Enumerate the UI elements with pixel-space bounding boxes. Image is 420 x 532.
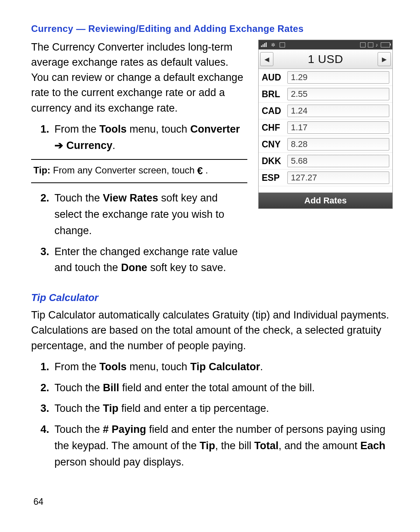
rate-value-field[interactable]: 1.29 bbox=[287, 71, 389, 84]
currency-code-label: DKK bbox=[262, 156, 284, 166]
status-box-icon bbox=[360, 42, 366, 47]
rate-row: CNY8.28 bbox=[259, 136, 392, 152]
music-icon: ♪ bbox=[376, 42, 379, 48]
page-number: 64 bbox=[33, 497, 44, 507]
next-currency-button[interactable]: ▶ bbox=[378, 52, 391, 66]
currency-step-3: Enter the changed exchange rate value an… bbox=[52, 244, 247, 276]
battery-icon bbox=[381, 42, 390, 47]
currency-code-label: BRL bbox=[262, 89, 284, 100]
euro-icon: € bbox=[197, 164, 203, 178]
status-bar: ✲ ♪ bbox=[259, 40, 392, 49]
tip-step-4: Touch the # Paying field and enter the n… bbox=[52, 422, 393, 471]
currency-code-label: ESP bbox=[262, 173, 284, 183]
rate-row: ESP127.27 bbox=[259, 169, 392, 186]
status-indicator-icon: ✲ bbox=[271, 42, 276, 48]
tip-step-2: Touch the Bill field and enter the total… bbox=[52, 380, 393, 396]
rate-row: DKK5.68 bbox=[259, 152, 392, 169]
currency-code-label: CHF bbox=[262, 122, 284, 133]
currency-step-1: From the Tools menu, touch Converter ➔ C… bbox=[52, 121, 247, 154]
base-currency-label: 1 USD bbox=[308, 52, 343, 66]
tip-box: Tip: From any Converter screen, touch € … bbox=[31, 159, 247, 183]
currency-code-label: CNY bbox=[262, 139, 284, 150]
add-rates-softkey[interactable]: Add Rates bbox=[259, 192, 392, 208]
list-spacer bbox=[259, 186, 392, 192]
tip-calc-intro: Tip Calculator automatically calculates … bbox=[31, 308, 393, 353]
rate-value-field[interactable]: 5.68 bbox=[287, 155, 389, 167]
status-box-icon bbox=[280, 42, 285, 47]
rate-row: CHF1.17 bbox=[259, 119, 392, 136]
rate-value-field[interactable]: 1.24 bbox=[287, 105, 389, 117]
rate-row: BRL2.55 bbox=[259, 86, 392, 102]
prev-currency-button[interactable]: ◀ bbox=[260, 52, 273, 66]
tip-step-3: Touch the Tip field and enter a tip perc… bbox=[52, 401, 393, 417]
status-box-icon bbox=[368, 42, 373, 47]
currency-converter-screenshot: ✲ ♪ ◀ 1 USD ▶ AUD1.29BRL2.55CAD1.24CHF1.… bbox=[258, 40, 393, 209]
rate-value-field[interactable]: 1.17 bbox=[287, 121, 389, 134]
tip-step-1: From the Tools menu, touch Tip Calculato… bbox=[52, 359, 393, 375]
rate-value-field[interactable]: 127.27 bbox=[287, 172, 389, 184]
rate-row: AUD1.29 bbox=[259, 69, 392, 86]
section-heading-currency: Currency — Reviewing/Editing and Adding … bbox=[31, 23, 393, 34]
section-heading-tip-calculator: Tip Calculator bbox=[31, 292, 393, 304]
currency-step-2: Touch the View Rates soft key and select… bbox=[52, 190, 247, 239]
currency-code-label: CAD bbox=[262, 106, 284, 116]
currency-intro: The Currency Converter includes long-ter… bbox=[31, 40, 247, 116]
currency-code-label: AUD bbox=[262, 72, 284, 83]
rate-row: CAD1.24 bbox=[259, 102, 392, 119]
currency-title-bar: ◀ 1 USD ▶ bbox=[259, 49, 392, 69]
rate-value-field[interactable]: 8.28 bbox=[287, 138, 389, 150]
signal-icon bbox=[261, 42, 267, 47]
rate-value-field[interactable]: 2.55 bbox=[287, 88, 389, 100]
